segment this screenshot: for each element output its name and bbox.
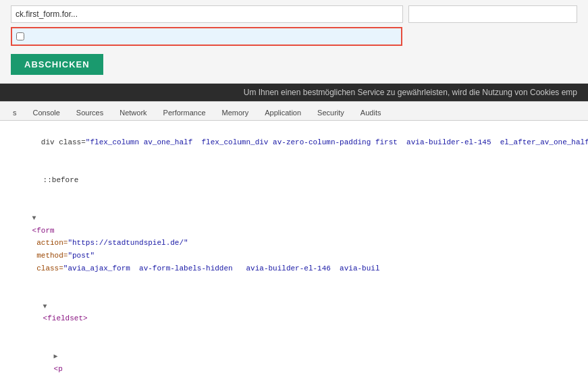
devtools-panel: s Console Sources Network Performance Me… (0, 101, 588, 373)
form-section: ABSCHICKEN (0, 0, 588, 84)
tab-s[interactable]: s (5, 104, 24, 120)
form-top-row (11, 5, 577, 23)
cookie-text: Um Ihnen einen bestmöglichen Service zu … (244, 88, 577, 97)
devtools-tabs: s Console Sources Network Performance Me… (0, 102, 588, 121)
code-line-4: ▼ <fieldset> (5, 287, 583, 338)
expand-arrow-1[interactable]: ▼ (32, 214, 36, 222)
tab-memory[interactable]: Memory (215, 104, 257, 120)
privacy-checkbox[interactable] (16, 32, 24, 40)
expand-arrow-3[interactable]: ▶ (54, 353, 58, 360)
tab-sources[interactable]: Sources (69, 104, 111, 120)
code-line-2: ::before (5, 161, 583, 199)
form-textarea[interactable] (408, 5, 577, 23)
cookie-banner: Um Ihnen einen bestmöglichen Service zu … (0, 84, 588, 101)
tab-network[interactable]: Network (112, 104, 154, 120)
devtools-content: div class="flex_column av_one_half flex_… (0, 121, 588, 373)
code-line-1: div class="flex_column av_one_half flex_… (5, 123, 583, 161)
expand-arrow-2[interactable]: ▼ (43, 303, 47, 310)
tab-audits[interactable]: Audits (353, 104, 389, 120)
checkbox-highlighted-container (11, 27, 402, 46)
tab-performance[interactable]: Performance (156, 104, 213, 120)
tab-console[interactable]: Console (26, 104, 68, 120)
tab-security[interactable]: Security (310, 104, 352, 120)
tab-application[interactable]: Application (257, 104, 309, 120)
code-line-3: ▼ <form action="https://stadtundspiel.de… (5, 199, 583, 287)
submit-button[interactable]: ABSCHICKEN (11, 54, 103, 75)
checkbox-row (11, 27, 577, 46)
code-line-5: ▶ <p class=" first_form form_element for… (5, 338, 583, 373)
form-text-input[interactable] (11, 5, 403, 23)
